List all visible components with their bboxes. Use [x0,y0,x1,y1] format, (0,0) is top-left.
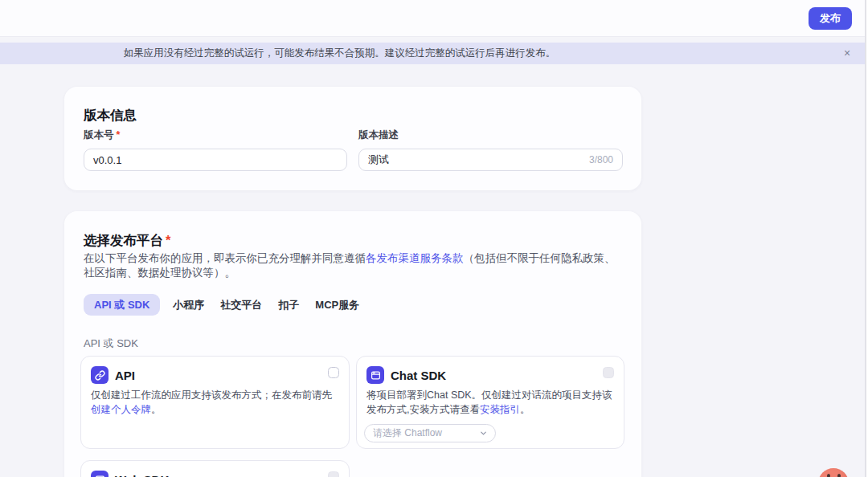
chat-sdk-card-head: Chat SDK [366,366,446,384]
helper-mascot-button[interactable] [818,468,849,477]
version-number-label-text: 版本号 [84,129,114,141]
warning-banner: 如果应用没有经过完整的试运行，可能发布结果不合预期。建议经过完整的试运行后再进行… [0,43,868,64]
platform-title-text: 选择发布平台 [84,233,163,247]
chat-sdk-card-desc: 将项目部署到Chat SDK。仅创建过对话流的项目支持该发布方式,安装方式请查看… [366,389,616,417]
platform-section-title: 选择发布平台* [84,232,170,250]
required-asterisk: * [166,233,170,247]
mascot-eye [837,474,841,477]
platform-section-card: 选择发布平台* 在以下平台发布你的应用，即表示你已充分理解并同意遵循各发布渠道服… [64,211,641,477]
tab-mini-program[interactable]: 小程序 [165,294,212,316]
version-info-card: 版本信息 版本号* 版本描述 3/800 [64,87,641,190]
api-platform-card[interactable]: API 仅创建过工作流的应用支持该发布方式；在发布前请先创建个人令牌。 [80,356,350,449]
web-sdk-checkbox [328,471,339,477]
version-number-input-wrap [84,149,347,171]
close-icon[interactable]: × [837,43,857,64]
required-asterisk: * [117,129,121,141]
tab-social[interactable]: 社交平台 [212,294,270,316]
version-desc-label: 版本描述 [358,128,399,142]
terms-link[interactable]: 各发布渠道服务条款 [366,252,464,264]
api-card-head: API [91,366,135,384]
version-section-title: 版本信息 [84,107,137,124]
chatflow-select-placeholder: 请选择 Chatflow [373,426,442,440]
tab-mcp[interactable]: MCP服务 [307,294,367,316]
warning-banner-text: 如果应用没有经过完整的试运行，可能发布结果不合预期。建议经过完整的试运行后再进行… [0,43,679,64]
web-sdk-platform-card[interactable]: Web SDK [80,460,350,477]
api-checkbox[interactable] [328,367,339,378]
version-desc-input-wrap: 3/800 [358,149,623,171]
web-sdk-card-head: Web SDK [91,471,169,477]
publish-button[interactable]: 发布 [809,7,852,30]
tab-api-sdk[interactable]: API 或 SDK [84,294,160,316]
chat-sdk-platform-card[interactable]: Chat SDK 将项目部署到Chat SDK。仅创建过对话流的项目支持该发布方… [356,356,624,449]
group-label-api-sdk: API 或 SDK [84,336,138,351]
version-number-label: 版本号* [84,128,120,142]
chat-desc-suffix: 。 [520,404,530,415]
api-desc-prefix: 仅创建过工作流的应用支持该发布方式；在发布前请先 [91,389,332,401]
version-number-input[interactable] [93,154,338,166]
api-desc-suffix: 。 [151,404,162,415]
chat-sdk-checkbox [603,367,614,378]
char-counter: 3/800 [589,154,613,165]
chevron-down-icon [479,429,488,438]
chatflow-select[interactable]: 请选择 Chatflow [364,424,496,442]
version-desc-input[interactable] [368,154,583,166]
web-window-icon [91,471,108,477]
chat-sdk-card-title: Chat SDK [391,369,446,382]
web-sdk-card-title: Web SDK [115,473,169,477]
chat-window-icon [366,366,384,384]
create-token-link[interactable]: 创建个人令牌 [91,404,151,415]
tab-coze[interactable]: 扣子 [270,294,307,316]
top-header: 发布 [0,0,868,37]
agreement-prefix: 在以下平台发布你的应用，即表示你已充分理解并同意遵循 [84,252,366,264]
api-card-desc: 仅创建过工作流的应用支持该发布方式；在发布前请先创建个人令牌。 [91,389,341,417]
api-card-title: API [115,369,135,382]
agreement-text: 在以下平台发布你的应用，即表示你已充分理解并同意遵循各发布渠道服务条款（包括但不… [84,251,617,279]
link-icon [91,366,108,384]
mascot-eye [827,474,830,477]
install-guide-link[interactable]: 安装指引 [480,404,520,415]
platform-tabs: API 或 SDK 小程序 社交平台 扣子 MCP服务 [84,294,367,316]
